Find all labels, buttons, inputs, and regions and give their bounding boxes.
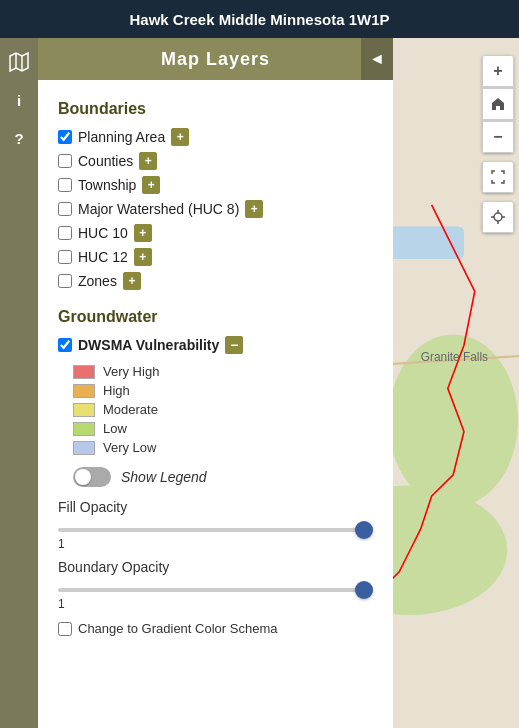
layer-item-township: Township + (58, 176, 373, 194)
dwsma-minus-button[interactable]: − (225, 336, 243, 354)
layer-item-major-watershed: Major Watershed (HUC 8) + (58, 200, 373, 218)
fill-opacity-label: Fill Opacity (58, 499, 373, 515)
show-legend-label: Show Legend (121, 469, 207, 485)
legend-color-low (73, 422, 95, 436)
fill-opacity-slider[interactable] (58, 528, 373, 532)
legend-items: Very High High Moderate Low Very Low (58, 364, 373, 455)
layer-item-zones: Zones + (58, 272, 373, 290)
major-watershed-label: Major Watershed (HUC 8) (78, 201, 239, 217)
boundaries-section: Boundaries Planning Area + Counties + To… (58, 100, 373, 290)
legend-label-very-high: Very High (103, 364, 159, 379)
groundwater-section: Groundwater DWSMA Vulnerability − Very H… (58, 308, 373, 636)
counties-checkbox[interactable] (58, 154, 72, 168)
zones-checkbox[interactable] (58, 274, 72, 288)
zoom-out-button[interactable]: − (482, 121, 514, 153)
gradient-row: Change to Gradient Color Schema (58, 621, 373, 636)
show-legend-row: Show Legend (73, 467, 373, 487)
fill-opacity-slider-container (58, 519, 373, 535)
page-header: Hawk Creek Middle Minnesota 1W1P (0, 0, 519, 38)
toggle-knob (75, 469, 91, 485)
svg-marker-7 (10, 53, 28, 71)
planning-area-add-button[interactable]: + (171, 128, 189, 146)
major-watershed-checkbox[interactable] (58, 202, 72, 216)
svg-point-10 (494, 213, 502, 221)
crosshair-button[interactable] (482, 201, 514, 233)
map-controls: + − (482, 55, 514, 233)
left-sidebar: i ? (0, 38, 38, 728)
map-sidebar-icon[interactable] (5, 48, 33, 76)
groundwater-title: Groundwater (58, 308, 373, 326)
layer-item-huc10: HUC 10 + (58, 224, 373, 242)
info-sidebar-icon[interactable]: i (5, 86, 33, 114)
panel-header: Map Layers ◄ (38, 38, 393, 80)
huc10-label: HUC 10 (78, 225, 128, 241)
major-watershed-add-button[interactable]: + (245, 200, 263, 218)
show-legend-toggle[interactable] (73, 467, 111, 487)
huc12-add-button[interactable]: + (134, 248, 152, 266)
zoom-in-button[interactable]: + (482, 55, 514, 87)
gradient-checkbox[interactable] (58, 622, 72, 636)
boundaries-title: Boundaries (58, 100, 373, 118)
layer-item-planning-area: Planning Area + (58, 128, 373, 146)
legend-label-moderate: Moderate (103, 402, 158, 417)
huc10-add-button[interactable]: + (134, 224, 152, 242)
panel-collapse-button[interactable]: ◄ (361, 38, 393, 80)
legend-color-moderate (73, 403, 95, 417)
fill-opacity-section: Fill Opacity 1 (58, 499, 373, 551)
boundary-opacity-label: Boundary Opacity (58, 559, 373, 575)
boundary-opacity-section: Boundary Opacity 1 (58, 559, 373, 611)
legend-item-very-low: Very Low (73, 440, 373, 455)
township-label: Township (78, 177, 136, 193)
legend-item-low: Low (73, 421, 373, 436)
legend-item-moderate: Moderate (73, 402, 373, 417)
home-button[interactable] (482, 88, 514, 120)
legend-item-very-high: Very High (73, 364, 373, 379)
svg-text:Granite Falls: Granite Falls (421, 350, 488, 364)
panel-title: Map Layers (161, 49, 270, 70)
huc12-label: HUC 12 (78, 249, 128, 265)
planning-area-label: Planning Area (78, 129, 165, 145)
gradient-label: Change to Gradient Color Schema (78, 621, 277, 636)
boundary-opacity-slider-container (58, 579, 373, 595)
zones-add-button[interactable]: + (123, 272, 141, 290)
boundary-opacity-slider[interactable] (58, 588, 373, 592)
legend-color-very-low (73, 441, 95, 455)
legend-color-very-high (73, 365, 95, 379)
counties-add-button[interactable]: + (139, 152, 157, 170)
township-add-button[interactable]: + (142, 176, 160, 194)
fullscreen-button[interactable] (482, 161, 514, 193)
help-sidebar-icon[interactable]: ? (5, 124, 33, 152)
legend-label-low: Low (103, 421, 127, 436)
zones-label: Zones (78, 273, 117, 289)
counties-label: Counties (78, 153, 133, 169)
dwsma-checkbox[interactable] (58, 338, 72, 352)
page-title: Hawk Creek Middle Minnesota 1W1P (129, 11, 389, 28)
layers-panel: Boundaries Planning Area + Counties + To… (38, 80, 393, 728)
legend-label-very-low: Very Low (103, 440, 156, 455)
dwsma-row: DWSMA Vulnerability − (58, 336, 373, 354)
layer-item-counties: Counties + (58, 152, 373, 170)
township-checkbox[interactable] (58, 178, 72, 192)
legend-label-high: High (103, 383, 130, 398)
boundary-opacity-value: 1 (58, 597, 373, 611)
layer-item-huc12: HUC 12 + (58, 248, 373, 266)
dwsma-label: DWSMA Vulnerability (78, 337, 219, 353)
fill-opacity-value: 1 (58, 537, 373, 551)
huc10-checkbox[interactable] (58, 226, 72, 240)
planning-area-checkbox[interactable] (58, 130, 72, 144)
legend-item-high: High (73, 383, 373, 398)
legend-color-high (73, 384, 95, 398)
huc12-checkbox[interactable] (58, 250, 72, 264)
